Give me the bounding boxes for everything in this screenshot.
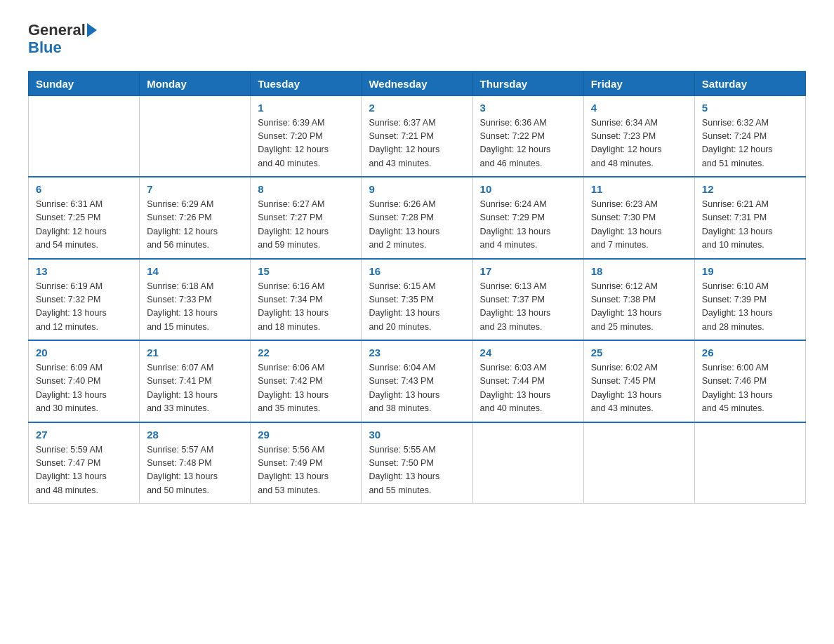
day-number: 3 xyxy=(480,102,576,114)
day-number: 2 xyxy=(369,102,465,114)
day-number: 18 xyxy=(591,265,687,277)
calendar-cell: 27Sunrise: 5:59 AM Sunset: 7:47 PM Dayli… xyxy=(29,422,140,504)
day-number: 8 xyxy=(258,183,354,195)
logo-general: General xyxy=(28,21,86,39)
week-row-2: 6Sunrise: 6:31 AM Sunset: 7:25 PM Daylig… xyxy=(29,177,806,259)
day-info: Sunrise: 6:21 AM Sunset: 7:31 PM Dayligh… xyxy=(702,198,798,253)
calendar-cell: 12Sunrise: 6:21 AM Sunset: 7:31 PM Dayli… xyxy=(694,177,805,259)
calendar-cell: 8Sunrise: 6:27 AM Sunset: 7:27 PM Daylig… xyxy=(251,177,362,259)
day-info: Sunrise: 6:18 AM Sunset: 7:33 PM Dayligh… xyxy=(147,280,243,335)
weekday-header-thursday: Thursday xyxy=(472,72,583,96)
calendar-cell: 28Sunrise: 5:57 AM Sunset: 7:48 PM Dayli… xyxy=(140,422,251,504)
day-number: 12 xyxy=(702,183,798,195)
day-number: 26 xyxy=(702,347,798,358)
day-info: Sunrise: 6:02 AM Sunset: 7:45 PM Dayligh… xyxy=(591,361,687,416)
day-number: 14 xyxy=(147,265,243,277)
calendar-table: SundayMondayTuesdayWednesdayThursdayFrid… xyxy=(28,71,806,504)
day-number: 19 xyxy=(702,265,798,277)
day-info: Sunrise: 6:10 AM Sunset: 7:39 PM Dayligh… xyxy=(702,280,798,335)
day-number: 5 xyxy=(702,102,798,114)
day-info: Sunrise: 6:23 AM Sunset: 7:30 PM Dayligh… xyxy=(591,198,687,253)
calendar-cell xyxy=(694,422,805,504)
calendar-cell: 2Sunrise: 6:37 AM Sunset: 7:21 PM Daylig… xyxy=(362,95,472,177)
logo: General Blue xyxy=(28,21,97,57)
day-number: 27 xyxy=(36,429,132,441)
day-number: 28 xyxy=(147,429,243,441)
calendar-cell: 4Sunrise: 6:34 AM Sunset: 7:23 PM Daylig… xyxy=(583,95,694,177)
week-row-3: 13Sunrise: 6:19 AM Sunset: 7:32 PM Dayli… xyxy=(29,259,806,341)
weekday-header-monday: Monday xyxy=(140,72,251,96)
day-info: Sunrise: 6:13 AM Sunset: 7:37 PM Dayligh… xyxy=(480,280,576,335)
day-info: Sunrise: 6:19 AM Sunset: 7:32 PM Dayligh… xyxy=(36,280,132,335)
weekday-header-sunday: Sunday xyxy=(29,72,140,96)
calendar-cell: 15Sunrise: 6:16 AM Sunset: 7:34 PM Dayli… xyxy=(251,259,362,341)
calendar-cell: 26Sunrise: 6:00 AM Sunset: 7:46 PM Dayli… xyxy=(694,340,805,422)
calendar-cell xyxy=(140,95,251,177)
calendar-cell: 25Sunrise: 6:02 AM Sunset: 7:45 PM Dayli… xyxy=(583,340,694,422)
day-number: 23 xyxy=(369,347,465,358)
day-number: 29 xyxy=(258,429,354,441)
day-number: 24 xyxy=(480,347,576,358)
day-number: 9 xyxy=(369,183,465,195)
calendar-cell: 13Sunrise: 6:19 AM Sunset: 7:32 PM Dayli… xyxy=(29,259,140,341)
calendar-cell: 10Sunrise: 6:24 AM Sunset: 7:29 PM Dayli… xyxy=(472,177,583,259)
day-info: Sunrise: 6:06 AM Sunset: 7:42 PM Dayligh… xyxy=(258,361,354,416)
weekday-header-tuesday: Tuesday xyxy=(251,72,362,96)
week-row-4: 20Sunrise: 6:09 AM Sunset: 7:40 PM Dayli… xyxy=(29,340,806,422)
day-number: 20 xyxy=(36,347,132,358)
day-info: Sunrise: 6:32 AM Sunset: 7:24 PM Dayligh… xyxy=(702,116,798,171)
day-number: 4 xyxy=(591,102,687,114)
calendar-cell: 18Sunrise: 6:12 AM Sunset: 7:38 PM Dayli… xyxy=(583,259,694,341)
day-info: Sunrise: 5:57 AM Sunset: 7:48 PM Dayligh… xyxy=(147,443,243,498)
day-info: Sunrise: 6:16 AM Sunset: 7:34 PM Dayligh… xyxy=(258,280,354,335)
day-number: 10 xyxy=(480,183,576,195)
day-info: Sunrise: 5:56 AM Sunset: 7:49 PM Dayligh… xyxy=(258,443,354,498)
day-info: Sunrise: 6:09 AM Sunset: 7:40 PM Dayligh… xyxy=(36,361,132,416)
calendar-cell: 20Sunrise: 6:09 AM Sunset: 7:40 PM Dayli… xyxy=(29,340,140,422)
calendar-body: 1Sunrise: 6:39 AM Sunset: 7:20 PM Daylig… xyxy=(29,95,806,504)
calendar-cell: 6Sunrise: 6:31 AM Sunset: 7:25 PM Daylig… xyxy=(29,177,140,259)
calendar-cell: 29Sunrise: 5:56 AM Sunset: 7:49 PM Dayli… xyxy=(251,422,362,504)
day-number: 30 xyxy=(369,429,465,441)
weekday-header-friday: Friday xyxy=(583,72,694,96)
calendar-cell: 21Sunrise: 6:07 AM Sunset: 7:41 PM Dayli… xyxy=(140,340,251,422)
calendar-cell: 1Sunrise: 6:39 AM Sunset: 7:20 PM Daylig… xyxy=(251,95,362,177)
day-number: 16 xyxy=(369,265,465,277)
calendar-cell: 16Sunrise: 6:15 AM Sunset: 7:35 PM Dayli… xyxy=(362,259,472,341)
calendar-cell: 14Sunrise: 6:18 AM Sunset: 7:33 PM Dayli… xyxy=(140,259,251,341)
calendar-cell: 19Sunrise: 6:10 AM Sunset: 7:39 PM Dayli… xyxy=(694,259,805,341)
day-number: 17 xyxy=(480,265,576,277)
day-info: Sunrise: 6:04 AM Sunset: 7:43 PM Dayligh… xyxy=(369,361,465,416)
day-number: 11 xyxy=(591,183,687,195)
day-info: Sunrise: 6:36 AM Sunset: 7:22 PM Dayligh… xyxy=(480,116,576,171)
day-info: Sunrise: 6:31 AM Sunset: 7:25 PM Dayligh… xyxy=(36,198,132,253)
calendar-cell: 11Sunrise: 6:23 AM Sunset: 7:30 PM Dayli… xyxy=(583,177,694,259)
day-info: Sunrise: 5:55 AM Sunset: 7:50 PM Dayligh… xyxy=(369,443,465,498)
day-info: Sunrise: 6:07 AM Sunset: 7:41 PM Dayligh… xyxy=(147,361,243,416)
day-number: 25 xyxy=(591,347,687,358)
day-number: 15 xyxy=(258,265,354,277)
day-info: Sunrise: 6:24 AM Sunset: 7:29 PM Dayligh… xyxy=(480,198,576,253)
day-info: Sunrise: 5:59 AM Sunset: 7:47 PM Dayligh… xyxy=(36,443,132,498)
calendar-cell: 5Sunrise: 6:32 AM Sunset: 7:24 PM Daylig… xyxy=(694,95,805,177)
weekday-header-wednesday: Wednesday xyxy=(362,72,472,96)
week-row-1: 1Sunrise: 6:39 AM Sunset: 7:20 PM Daylig… xyxy=(29,95,806,177)
day-info: Sunrise: 6:26 AM Sunset: 7:28 PM Dayligh… xyxy=(369,198,465,253)
week-row-5: 27Sunrise: 5:59 AM Sunset: 7:47 PM Dayli… xyxy=(29,422,806,504)
calendar-cell: 22Sunrise: 6:06 AM Sunset: 7:42 PM Dayli… xyxy=(251,340,362,422)
day-info: Sunrise: 6:37 AM Sunset: 7:21 PM Dayligh… xyxy=(369,116,465,171)
logo-blue: Blue xyxy=(28,39,62,56)
day-info: Sunrise: 6:29 AM Sunset: 7:26 PM Dayligh… xyxy=(147,198,243,253)
calendar-header: SundayMondayTuesdayWednesdayThursdayFrid… xyxy=(29,72,806,96)
calendar-cell xyxy=(472,422,583,504)
logo-arrow-icon xyxy=(87,23,97,37)
calendar-cell: 9Sunrise: 6:26 AM Sunset: 7:28 PM Daylig… xyxy=(362,177,472,259)
days-of-week-row: SundayMondayTuesdayWednesdayThursdayFrid… xyxy=(29,72,806,96)
day-info: Sunrise: 6:15 AM Sunset: 7:35 PM Dayligh… xyxy=(369,280,465,335)
day-number: 6 xyxy=(36,183,132,195)
calendar-cell: 7Sunrise: 6:29 AM Sunset: 7:26 PM Daylig… xyxy=(140,177,251,259)
page-header: General Blue xyxy=(28,21,806,57)
calendar-cell: 30Sunrise: 5:55 AM Sunset: 7:50 PM Dayli… xyxy=(362,422,472,504)
day-info: Sunrise: 6:27 AM Sunset: 7:27 PM Dayligh… xyxy=(258,198,354,253)
day-info: Sunrise: 6:00 AM Sunset: 7:46 PM Dayligh… xyxy=(702,361,798,416)
